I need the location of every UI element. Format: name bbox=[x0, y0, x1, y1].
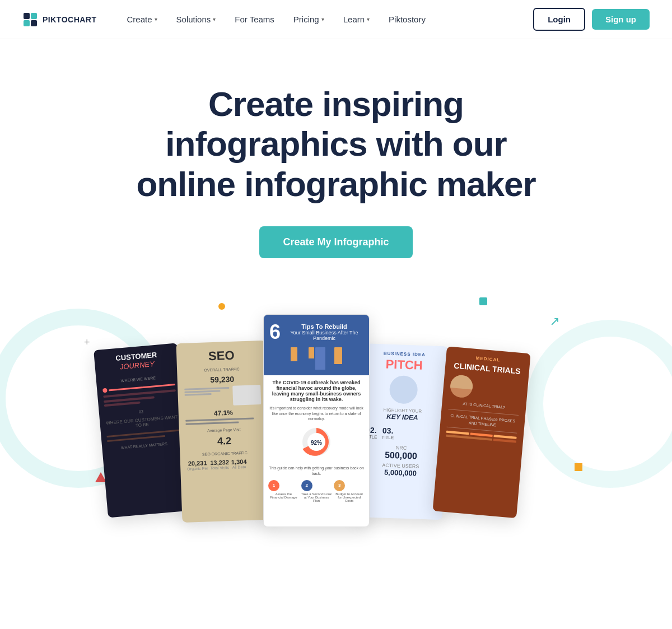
card2-stat1: 59,230 bbox=[184, 374, 260, 385]
card1-title: CUSTOMERjourney bbox=[100, 349, 174, 372]
card2-text3: SEO ORGANIC TRAFFIC bbox=[186, 450, 263, 457]
card3-body: The COVID-19 outbreak has wreaked financ… bbox=[264, 375, 369, 507]
hero-visual: + ↖ CUSTOMERjourney WHERE WE WERE bbox=[22, 292, 650, 527]
card2-title: SEO bbox=[183, 347, 260, 365]
card4-pitch-text: PITCH bbox=[385, 357, 423, 372]
card4-title: PITCH bbox=[367, 357, 441, 372]
brand-name: PIKTOCHART bbox=[43, 15, 97, 24]
svg-rect-3 bbox=[31, 20, 37, 26]
nav-for-teams[interactable]: For Teams bbox=[227, 10, 282, 29]
card2-text2: Average Page Visit bbox=[186, 427, 262, 434]
nav-pricing[interactable]: Pricing ▾ bbox=[286, 10, 332, 29]
nav-auth: Login Sign up bbox=[533, 8, 650, 31]
svg-rect-1 bbox=[31, 13, 37, 19]
deco-dot-orange-1 bbox=[218, 303, 225, 310]
cta-button[interactable]: Create My Infographic bbox=[259, 226, 412, 258]
logo-link[interactable]: PIKTOCHART bbox=[22, 12, 97, 27]
svg-rect-0 bbox=[24, 13, 30, 19]
card1-subtitle: journey bbox=[119, 360, 155, 371]
nav-learn-label: Learn bbox=[343, 15, 365, 24]
nav-create[interactable]: Create ▾ bbox=[119, 10, 165, 29]
card3-text: It's important to consider what recovery… bbox=[268, 406, 365, 422]
nav-piktostory[interactable]: Piktostory bbox=[381, 10, 433, 29]
nav-pricing-label: Pricing bbox=[293, 15, 319, 24]
chevron-down-icon: ▾ bbox=[213, 16, 216, 22]
card-clinical-trials: MEDICAL CLINICAL TRIALS AT IS CLINICAL T… bbox=[433, 346, 531, 518]
card2-stat3: 4.2 bbox=[186, 434, 263, 449]
signup-button[interactable]: Sign up bbox=[592, 9, 650, 30]
logo-icon bbox=[22, 12, 38, 27]
card3-number: 6 bbox=[269, 320, 281, 344]
chevron-down-icon: ▾ bbox=[321, 16, 324, 22]
nav-create-label: Create bbox=[127, 15, 152, 24]
card4-stats: 02. TITLE 03. TITLE bbox=[365, 425, 438, 442]
card-seo: SEO OVERALL TRAFFIC 59,230 47.1% bbox=[176, 340, 272, 522]
nav-links: Create ▾ Solutions ▾ For Teams Pricing ▾… bbox=[119, 10, 534, 29]
card3-tips-text: Tips To Rebuild bbox=[285, 323, 363, 330]
svg-rect-2 bbox=[24, 20, 30, 26]
nav-piktostory-label: Piktostory bbox=[389, 15, 426, 24]
card4-stat2-num: 03. bbox=[382, 426, 394, 435]
nav-for-teams-label: For Teams bbox=[235, 15, 274, 24]
card-tips: 6 Tips To Rebuild Your Small Business Af… bbox=[263, 314, 370, 527]
nav-solutions-label: Solutions bbox=[176, 15, 211, 24]
card2-text1: OVERALL TRAFFIC bbox=[184, 366, 260, 373]
deco-dot-teal-1 bbox=[479, 297, 487, 305]
card4-label: BUSINESS IDEA bbox=[368, 350, 441, 358]
card2-stat2: 47.1% bbox=[185, 408, 262, 418]
hero-title: Create inspiring infographics with our o… bbox=[123, 84, 549, 204]
card3-tips-subtext: Your Small Business After The Pandemic bbox=[285, 330, 363, 341]
login-button[interactable]: Login bbox=[533, 8, 585, 31]
hero-section: Create inspiring infographics with our o… bbox=[0, 39, 672, 549]
card1-section4: What really matters bbox=[108, 441, 180, 451]
card5-text2: CLINICAL TRIAL PHASES: RPOSES AND TIMELI… bbox=[447, 413, 518, 430]
nav-solutions[interactable]: Solutions ▾ bbox=[169, 10, 224, 29]
card3-header: 6 Tips To Rebuild Your Small Business Af… bbox=[264, 315, 369, 375]
card4-stat2: 03. TITLE bbox=[381, 426, 394, 440]
card1-section3: WHERE OUR CUSTOMERS WANT TO BE bbox=[105, 414, 179, 431]
infographic-cards: CUSTOMERjourney WHERE WE WERE 02 WHERE O… bbox=[84, 314, 588, 527]
nav-learn[interactable]: Learn ▾ bbox=[335, 10, 377, 29]
card4-nrc-num: 500,000 bbox=[364, 449, 438, 462]
card3-subtitle: The COVID-19 outbreak has wreaked financ… bbox=[268, 380, 365, 402]
chevron-down-icon: ▾ bbox=[367, 16, 370, 22]
pie-chart: 92% bbox=[300, 425, 333, 459]
card4-stat2-label: TITLE bbox=[381, 435, 394, 440]
navbar: PIKTOCHART Create ▾ Solutions ▾ For Team… bbox=[0, 0, 672, 39]
chevron-down-icon: ▾ bbox=[155, 16, 157, 22]
card3-footer-text: This guide can help with getting your bu… bbox=[268, 465, 365, 477]
svg-text:92%: 92% bbox=[311, 440, 322, 446]
